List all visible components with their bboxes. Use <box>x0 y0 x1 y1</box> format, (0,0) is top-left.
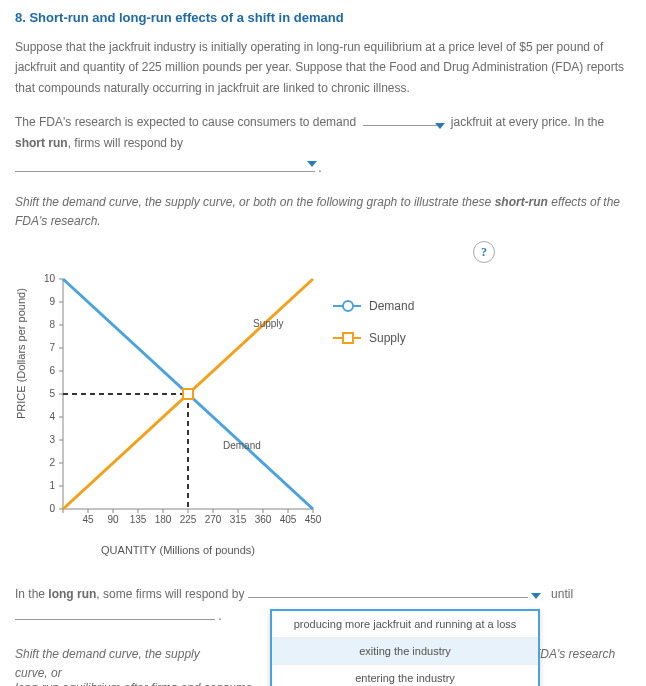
xtick: 405 <box>280 514 297 525</box>
xtick: 270 <box>205 514 222 525</box>
ytick: 2 <box>49 457 55 468</box>
ytick: 10 <box>44 273 56 284</box>
ytick: 5 <box>49 388 55 399</box>
graph-instruction-1: Shift the demand curve, the supply curve… <box>15 193 631 231</box>
text-span: , firms will respond by <box>68 136 183 150</box>
xtick: 225 <box>180 514 197 525</box>
supply-marker-icon <box>333 337 361 339</box>
equilibrium-handle[interactable] <box>183 389 193 399</box>
text-span: Shift the demand curve, the supply curve… <box>15 645 216 683</box>
demand-marker-icon <box>333 305 361 307</box>
bold-short-run: short run <box>15 136 68 150</box>
ytick: 7 <box>49 342 55 353</box>
chart-legend: Demand Supply <box>333 299 443 363</box>
bold-long-run: long run <box>48 587 96 601</box>
dropdown-blank-4[interactable] <box>15 619 215 620</box>
dropdown-menu[interactable]: producing more jackfruit and running at … <box>270 609 540 686</box>
bold: short-run <box>495 195 548 209</box>
supply-demand-graph[interactable]: PRICE (Dollars per pound) 0 1 2 3 4 <box>15 269 631 556</box>
chevron-down-icon <box>531 593 541 599</box>
help-button[interactable]: ? <box>473 241 495 263</box>
fill-blank-line-1: The FDA's research is expected to cause … <box>15 112 631 153</box>
xtick: 315 <box>230 514 247 525</box>
text-span: , some firms will respond by <box>96 587 244 601</box>
ytick: 8 <box>49 319 55 330</box>
ytick: 4 <box>49 411 55 422</box>
dropdown-option[interactable]: exiting the industry <box>272 638 538 665</box>
dropdown-blank-2[interactable] <box>15 171 315 172</box>
text-span: jackfruit at every price. In the <box>451 115 604 129</box>
x-axis-label: QUANTITY (Millions of pounds) <box>33 544 323 556</box>
question-title: 8. Short-run and long-run effects of a s… <box>15 10 631 25</box>
dropdown-option[interactable]: producing more jackfruit and running at … <box>272 611 538 638</box>
y-axis-label: PRICE (Dollars per pound) <box>15 407 27 419</box>
chart-svg[interactable]: 0 1 2 3 4 5 6 7 8 9 10 45 90 <box>33 269 323 539</box>
xtick: 450 <box>305 514 322 525</box>
ytick: 9 <box>49 296 55 307</box>
xtick: 180 <box>155 514 172 525</box>
xtick: 90 <box>107 514 119 525</box>
xtick: 135 <box>130 514 147 525</box>
text-span: The FDA's research is expected to cause … <box>15 115 356 129</box>
ytick: 1 <box>49 480 55 491</box>
period: . <box>318 161 321 175</box>
xtick: 360 <box>255 514 272 525</box>
problem-paragraph-1: Suppose that the jackfruit industry is i… <box>15 37 631 98</box>
xtick: 45 <box>82 514 94 525</box>
text-span: until <box>551 587 573 601</box>
legend-demand[interactable]: Demand <box>333 299 443 313</box>
supply-label: Supply <box>253 318 284 329</box>
chevron-down-icon <box>307 161 317 167</box>
ytick: 3 <box>49 434 55 445</box>
legend-label: Supply <box>369 331 406 345</box>
ytick: 0 <box>49 503 55 514</box>
text-span: Shift the demand curve, the supply curve… <box>15 195 495 209</box>
legend-label: Demand <box>369 299 414 313</box>
chevron-down-icon <box>435 123 445 129</box>
text-span: In the <box>15 587 48 601</box>
dropdown-option[interactable]: entering the industry <box>272 665 538 686</box>
ytick: 6 <box>49 365 55 376</box>
demand-label: Demand <box>223 440 261 451</box>
dropdown-blank-1[interactable] <box>363 125 443 126</box>
legend-supply[interactable]: Supply <box>333 331 443 345</box>
dropdown-blank-3[interactable] <box>248 597 528 598</box>
